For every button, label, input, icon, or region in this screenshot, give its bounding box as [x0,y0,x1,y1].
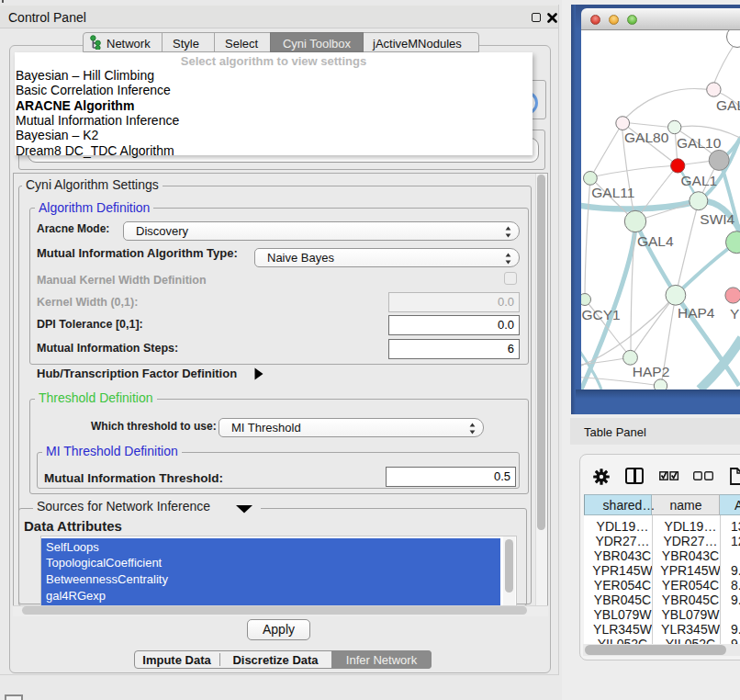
svg-text:GAL80: GAL80 [624,130,669,145]
svg-text:GAL1: GAL1 [681,173,718,188]
svg-text:GAL11: GAL11 [591,185,634,200]
svg-text:GAL4: GAL4 [637,233,674,249]
svg-text:HAP4: HAP4 [678,305,715,321]
svg-text:Y: Y [730,306,739,322]
svg-text:HAP2: HAP2 [633,364,670,379]
svg-text:GAL2: GAL2 [716,97,740,113]
svg-text:GAL10: GAL10 [677,135,722,151]
svg-text:SWI4: SWI4 [700,211,734,227]
svg-text:GCY1: GCY1 [581,307,620,322]
